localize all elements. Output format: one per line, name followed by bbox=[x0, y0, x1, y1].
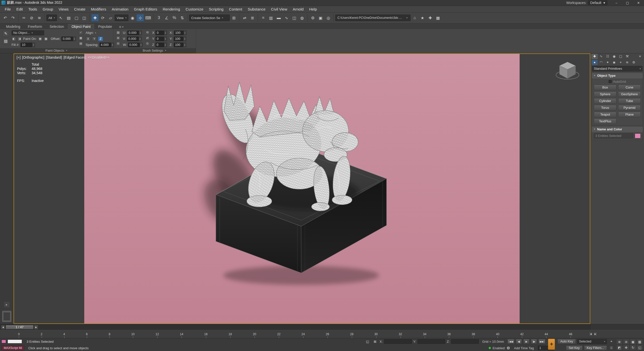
align-x-button[interactable]: X bbox=[86, 37, 91, 41]
viewport[interactable]: [+] [Orthographic] [Standard] [Edged Fac… bbox=[14, 53, 590, 324]
spinner-arrows-icon[interactable]: ▲▼ bbox=[139, 37, 142, 41]
minimize-button[interactable]: – bbox=[611, 0, 622, 6]
time-slider-track[interactable]: ◀ 1 / 47 ▶ bbox=[0, 324, 590, 330]
named-selection-sets-field[interactable]: Create Selection Se▾ bbox=[189, 15, 230, 21]
menu-item-create[interactable]: Create bbox=[71, 6, 88, 12]
maximize-viewport-icon[interactable]: ◱ bbox=[636, 345, 643, 350]
primitive-button-teapot[interactable]: Teapot bbox=[594, 112, 616, 117]
keyboard-override-icon[interactable]: ⌨ bbox=[144, 14, 152, 22]
select-and-scale-icon[interactable]: ▱ bbox=[107, 14, 114, 22]
spacing-spinner[interactable]: 4.000▲▼ bbox=[100, 43, 114, 47]
spinner-arrows-icon[interactable]: ▲▼ bbox=[164, 43, 167, 47]
select-and-move-icon[interactable]: ✚ bbox=[91, 14, 99, 22]
orbit-icon[interactable]: ↻ bbox=[630, 345, 636, 350]
import-asset-icon[interactable]: ✚ bbox=[426, 14, 434, 22]
primitive-button-tube[interactable]: Tube bbox=[618, 98, 641, 104]
paint-on-grid-icon[interactable]: ▦ bbox=[38, 37, 42, 41]
primitive-button-pyramid[interactable]: Pyramid bbox=[618, 105, 641, 111]
spinner-arrows-icon[interactable]: ▲▼ bbox=[73, 37, 76, 41]
cameras-category-icon[interactable]: ◙ bbox=[611, 60, 617, 65]
spinner-arrows-icon[interactable]: ▲▼ bbox=[32, 43, 35, 47]
zoom-extents-all-icon[interactable]: ▦ bbox=[636, 339, 643, 344]
primitive-button-cone[interactable]: Cone bbox=[618, 85, 641, 90]
paint-on-objects-icon[interactable]: ▩ bbox=[44, 37, 48, 41]
panel-options-icon[interactable]: ≡ bbox=[637, 54, 643, 59]
viewport-layout-tab[interactable] bbox=[2, 311, 11, 322]
edit-named-sets-icon[interactable]: ⊞ bbox=[230, 14, 237, 22]
use-pivot-center-icon[interactable]: ◉ bbox=[129, 14, 136, 22]
selection-filter-dropdown[interactable]: All▾ bbox=[46, 15, 57, 21]
menu-item-content[interactable]: Content bbox=[226, 6, 245, 12]
primitive-button-cylinder[interactable]: Cylinder bbox=[594, 98, 616, 104]
scene-explorer-icon[interactable]: ≡ bbox=[259, 14, 267, 22]
select-and-manipulate-icon[interactable]: ⊹ bbox=[136, 14, 144, 22]
add-time-tag[interactable]: Add Time Tag bbox=[514, 346, 534, 350]
key-selection-dropdown[interactable]: Selected▾ bbox=[577, 339, 607, 344]
info-icon[interactable]: i bbox=[507, 346, 510, 349]
object-type-header[interactable]: ▼Object Type bbox=[592, 73, 643, 78]
primitive-button-sphere[interactable]: Sphere bbox=[594, 92, 616, 97]
display-tab-icon[interactable]: ▢ bbox=[618, 54, 624, 59]
viewport-menu-pov[interactable]: [Orthographic] bbox=[22, 55, 44, 59]
u-spinner[interactable]: 0.000▲▼ bbox=[127, 31, 142, 35]
offset-spinner[interactable]: 0.000▲▼ bbox=[61, 37, 76, 41]
primitive-button-textplus[interactable]: TextPlus bbox=[594, 119, 616, 124]
bind-to-space-warp-icon[interactable]: ≋ bbox=[36, 14, 43, 22]
ribbon-tab-freeform[interactable]: Freeform bbox=[24, 24, 46, 29]
primitive-button-geosphere[interactable]: GeoSphere bbox=[618, 92, 641, 97]
reference-coordinate-dropdown[interactable]: View▾ bbox=[115, 15, 128, 21]
shapes-category-icon[interactable]: ◠ bbox=[598, 60, 604, 65]
close-button[interactable]: ✕ bbox=[633, 0, 644, 6]
helpers-category-icon[interactable]: ⌖ bbox=[618, 60, 624, 65]
menu-item-edit[interactable]: Edit bbox=[14, 6, 26, 12]
primitive-button-plane[interactable]: Plane bbox=[618, 112, 641, 117]
zoom-extents-icon[interactable]: ▣ bbox=[630, 339, 636, 344]
maximize-button[interactable]: ▢ bbox=[622, 0, 633, 6]
go-to-end-icon[interactable]: ▶▶| bbox=[538, 339, 545, 344]
select-and-link-icon[interactable]: ∞ bbox=[20, 14, 28, 22]
object-name-field[interactable]: 3 Entities Selected bbox=[594, 133, 633, 138]
spinner-snap-icon[interactable]: ⇅ bbox=[178, 14, 186, 22]
lasso-mode-icon[interactable]: ▤ bbox=[78, 41, 83, 46]
primitive-button-box[interactable]: Box bbox=[594, 85, 616, 90]
chevron-down-icon[interactable]: ▾ bbox=[95, 32, 96, 34]
next-frame-icon[interactable]: ▶ bbox=[34, 325, 38, 329]
percent-snap-icon[interactable]: % bbox=[171, 14, 178, 22]
rot-y-spinner[interactable]: 0▲▼ bbox=[155, 37, 167, 41]
menu-item-civil-view[interactable]: Civil View bbox=[268, 6, 290, 12]
unlink-selection-icon[interactable]: ⊘ bbox=[28, 14, 35, 22]
track-bar[interactable]: 0 2 4 6 8 10 12 14 16 18 20 22 24 26 28 … bbox=[0, 330, 644, 338]
maxscript-mini-listener-label[interactable]: MAXScript Mi bbox=[2, 345, 24, 350]
lights-category-icon[interactable]: ✦ bbox=[605, 60, 611, 65]
menu-item-animation[interactable]: Animation bbox=[109, 6, 131, 12]
spinner-arrows-icon[interactable]: ▲▼ bbox=[183, 43, 186, 47]
w-spinner[interactable]: 0.000▲▼ bbox=[128, 43, 143, 47]
viewport-canvas[interactable] bbox=[84, 54, 520, 323]
select-object-icon[interactable]: ↖ bbox=[57, 14, 65, 22]
key-icon[interactable]: ⚿ bbox=[608, 345, 614, 351]
menu-item-tools[interactable]: Tools bbox=[26, 6, 40, 12]
isolate-selection-icon[interactable]: ◱ bbox=[365, 339, 371, 344]
menu-item-file[interactable]: File bbox=[2, 6, 14, 12]
random-rotation-icon[interactable]: ⇄ bbox=[145, 36, 150, 40]
previous-frame-icon[interactable]: ◀ bbox=[1, 325, 5, 329]
macro-recorder-strip[interactable] bbox=[2, 340, 6, 343]
material-editor-icon[interactable]: ◍ bbox=[298, 14, 306, 22]
spinner-arrows-icon[interactable]: ▲▼ bbox=[164, 31, 167, 35]
spinner-arrows-icon[interactable]: ▲▼ bbox=[164, 37, 167, 41]
menu-item-customize[interactable]: Customize bbox=[183, 6, 206, 12]
ribbon-tab-object-paint[interactable]: Object Paint bbox=[68, 24, 94, 29]
paint-brush-icon[interactable]: ✎ bbox=[3, 30, 9, 37]
rot-z-spinner[interactable]: 0▲▼ bbox=[155, 43, 167, 47]
ribbon-tab-modeling[interactable]: Modeling bbox=[3, 24, 24, 29]
curve-editor-icon[interactable]: ∿ bbox=[283, 14, 290, 22]
open-recent-icon[interactable]: ⌂ bbox=[411, 14, 418, 22]
set-key-button[interactable]: Set Key bbox=[566, 345, 583, 350]
window-crossing-icon[interactable]: ◫ bbox=[80, 14, 88, 22]
mirror-icon[interactable]: ⇌ bbox=[241, 14, 248, 22]
spinner-arrows-icon[interactable]: ▲▼ bbox=[139, 31, 142, 35]
zoom-all-icon[interactable]: ⊛ bbox=[623, 339, 629, 344]
schematic-view-icon[interactable]: ◫ bbox=[290, 14, 298, 22]
go-to-start-icon[interactable]: |◀◀ bbox=[507, 339, 514, 344]
favorites-icon[interactable]: ★ bbox=[419, 14, 426, 22]
